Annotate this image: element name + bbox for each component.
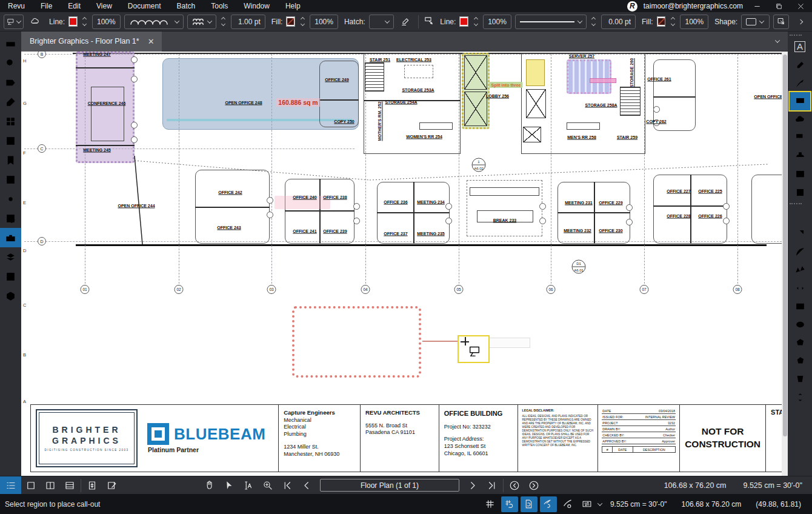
line-width-stepper[interactable] [220, 18, 227, 25]
fill-opacity-stepper[interactable] [299, 18, 306, 25]
leader-color-swatch[interactable] [459, 16, 468, 27]
leader-width-value[interactable]: 0.00 pt [601, 15, 636, 29]
cloud-style-button[interactable] [27, 15, 43, 29]
menu-window[interactable]: Window [236, 0, 278, 12]
panel-layers[interactable] [0, 247, 21, 267]
tool-measure-perimeter[interactable] [790, 352, 810, 370]
close-button[interactable] [793, 1, 808, 12]
fill-color-swatch[interactable] [286, 16, 295, 27]
leader-opacity-stepper[interactable] [472, 18, 479, 25]
minimize-button[interactable] [749, 1, 765, 12]
tool-measure-length[interactable] [790, 388, 810, 406]
previous-view-button[interactable] [505, 476, 524, 495]
menu-view[interactable]: View [88, 0, 120, 12]
scrollbar-thumb[interactable] [783, 55, 787, 436]
leader-opacity-value[interactable]: 100% [483, 15, 511, 29]
page-move-button[interactable] [82, 476, 102, 495]
line-width-value[interactable]: 1.00 pt [231, 15, 265, 29]
tool-arrow[interactable] [790, 224, 810, 242]
panel-signatures[interactable] [0, 92, 21, 112]
menu-tools[interactable]: Tools [203, 0, 236, 12]
next-page-button[interactable] [463, 476, 482, 495]
menu-revu[interactable]: Revu [0, 0, 33, 12]
panel-3d[interactable] [0, 286, 21, 305]
grid-toggle-button[interactable] [482, 496, 499, 512]
tool-preset-dropdown[interactable] [4, 15, 24, 29]
tool-dimension[interactable] [790, 279, 810, 297]
menu-edit[interactable]: Edit [60, 0, 88, 12]
select-tool-button[interactable] [219, 476, 239, 495]
document-tab[interactable]: Brighter Graphics - Floor Plan 1* ✕ [21, 32, 162, 52]
previous-page-button[interactable] [297, 476, 316, 495]
pan-tool-button[interactable] [200, 476, 219, 495]
maximize-button[interactable] [771, 1, 787, 12]
text-opacity-stepper[interactable] [669, 18, 676, 25]
reuse-tool-chevron-icon[interactable] [597, 501, 602, 506]
panel-flags[interactable] [0, 73, 21, 92]
split-horizontal-view-button[interactable] [60, 476, 79, 495]
tool-image[interactable] [790, 165, 810, 183]
tool-highlight[interactable] [790, 56, 810, 74]
leader-style-dropdown[interactable] [515, 15, 587, 29]
text-fill-swatch[interactable] [657, 16, 666, 27]
panel-spaces[interactable] [0, 170, 21, 189]
leader-width-stepper[interactable] [590, 18, 597, 25]
select-text-tool-button[interactable] [239, 476, 258, 495]
snap-to-markup-button[interactable] [540, 496, 557, 512]
line-color-swatch[interactable] [68, 16, 78, 27]
tool-arc[interactable] [790, 242, 810, 261]
vertical-scrollbar[interactable] [782, 52, 788, 476]
tool-stamp[interactable] [790, 147, 810, 165]
next-view-button[interactable] [524, 476, 544, 495]
split-vertical-view-button[interactable] [41, 476, 60, 495]
line-style-dropdown[interactable] [124, 15, 184, 29]
tool-cloud[interactable] [790, 110, 810, 128]
menu-help[interactable]: Help [278, 0, 308, 12]
reuse-tool-button[interactable] [579, 496, 596, 512]
line-opacity-stepper[interactable] [81, 18, 88, 25]
panel-tool-chest[interactable] [0, 228, 21, 247]
cloud-density-dropdown[interactable] [187, 15, 216, 29]
fill-opacity-value[interactable]: 100% [310, 15, 338, 29]
leader-corner-button[interactable] [773, 15, 789, 29]
tool-ellipse[interactable] [790, 315, 810, 333]
zoom-tool-button[interactable] [258, 476, 278, 495]
panel-sets[interactable] [0, 267, 21, 286]
panel-properties[interactable] [0, 189, 21, 209]
menu-document[interactable]: Document [120, 0, 169, 12]
panel-markup-list[interactable] [0, 209, 21, 228]
snap-to-document-button[interactable] [521, 496, 537, 512]
panel-measurements[interactable] [0, 34, 21, 53]
tool-text[interactable]: A [790, 38, 810, 56]
tool-measure-area[interactable] [790, 370, 810, 388]
snap-to-grid-button[interactable] [501, 496, 518, 512]
tool-line[interactable] [790, 206, 810, 224]
tool-measure-count[interactable] [790, 406, 810, 424]
single-page-view-button[interactable] [21, 476, 41, 495]
toolbar-overflow-button[interactable] [793, 15, 808, 29]
first-page-button[interactable] [278, 476, 297, 495]
shape-dropdown[interactable] [741, 15, 770, 29]
tab-list-chevron-icon[interactable] [775, 38, 780, 42]
menu-batch[interactable]: Batch [169, 0, 204, 12]
pen-input-button[interactable] [559, 496, 576, 512]
tool-rectangle[interactable] [790, 297, 810, 315]
markup-list-toggle[interactable] [0, 476, 21, 495]
document-canvas[interactable]: MEETING 247CONFERENCE 246MEETING 245OPEN… [21, 52, 788, 476]
tool-callout-box[interactable] [790, 128, 810, 147]
menu-file[interactable]: File [33, 0, 60, 12]
panel-search[interactable] [0, 53, 21, 73]
panel-bookmarks[interactable] [0, 150, 21, 170]
panel-file-access[interactable] [0, 131, 21, 150]
tool-polygon[interactable] [790, 333, 810, 352]
tool-pen[interactable] [790, 74, 810, 92]
tool-callout[interactable] [790, 92, 810, 110]
highlight-mode-button[interactable] [398, 15, 413, 29]
line-opacity-value[interactable]: 100% [92, 15, 121, 29]
tab-close-icon[interactable]: ✕ [148, 37, 155, 46]
hatch-dropdown[interactable] [369, 15, 394, 29]
panel-thumbnails[interactable] [0, 112, 21, 131]
last-page-button[interactable] [482, 476, 502, 495]
text-opacity-value[interactable]: 100% [680, 15, 708, 29]
page-indicator[interactable]: Floor Plan (1 of 1) [320, 479, 459, 492]
